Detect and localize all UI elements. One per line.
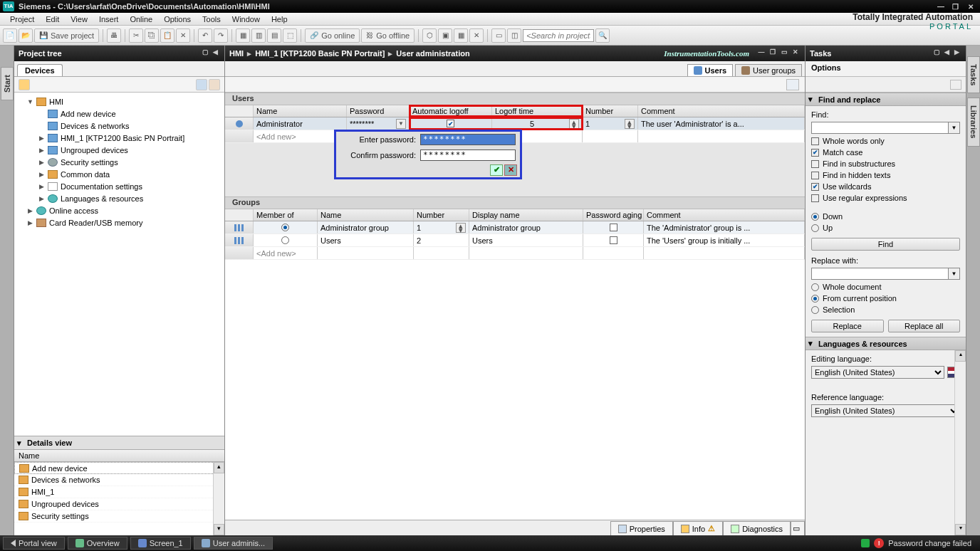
diagnostics-tab[interactable]: Diagnostics <box>723 521 791 535</box>
col-password[interactable]: Password <box>347 105 410 117</box>
gcol-comment[interactable]: Comment <box>644 209 805 221</box>
details-row[interactable]: Add new device <box>14 462 224 474</box>
menu-view[interactable]: View <box>65 15 93 23</box>
col-logoff-time[interactable]: Logoff time <box>492 106 582 116</box>
open-project-button[interactable]: 📂 <box>19 28 33 43</box>
devices-tab[interactable]: Devices <box>17 64 63 76</box>
project-tree[interactable]: ▼HMIAdd new deviceDevices & networks▶HMI… <box>14 93 224 436</box>
col-auto-logoff[interactable]: Automatic logoff <box>410 106 492 116</box>
find-input[interactable] <box>811 122 949 134</box>
tree-tool-icon[interactable] <box>19 79 30 90</box>
tool3-button[interactable]: ▤ <box>267 28 281 43</box>
tree-node[interactable]: ▶Documentation settings <box>14 180 224 192</box>
tasks-tool-icon[interactable]: ▢ <box>932 48 942 58</box>
tree-node[interactable]: ▶Ungrouped devices <box>14 144 224 156</box>
find-button[interactable]: Find <box>811 238 960 251</box>
details-view-header[interactable]: ▾Details view <box>14 436 224 450</box>
details-row[interactable]: Devices & networks <box>14 474 224 486</box>
user-row-administrator[interactable]: Administrator ********▼ ✔ 5▴▾ 1▴▾ The us… <box>225 117 805 130</box>
col-comment[interactable]: Comment <box>638 105 805 117</box>
cut-button[interactable]: ✂ <box>129 28 143 43</box>
info-tab[interactable]: Info ⚠ <box>673 521 723 535</box>
tool7-button[interactable]: ▦ <box>454 28 468 43</box>
regex-checkbox[interactable] <box>811 194 819 202</box>
password-ok-button[interactable]: ✔ <box>490 164 503 176</box>
print-button[interactable]: 🖶 <box>107 28 121 43</box>
redo-button[interactable]: ↷ <box>214 28 228 43</box>
paste-button[interactable]: 📋 <box>160 28 174 43</box>
auto-logoff-checkbox[interactable]: ✔ <box>447 120 454 127</box>
user-number-cell[interactable]: 1▴▾ <box>583 117 638 130</box>
col-number[interactable]: Number <box>583 105 638 117</box>
replace-dropdown-icon[interactable]: ▼ <box>949 268 960 280</box>
whole-doc-radio[interactable] <box>811 283 819 291</box>
password-dropdown-icon[interactable]: ▼ <box>396 119 406 129</box>
tasks-nav-right-icon[interactable]: ▶ <box>952 48 961 58</box>
find-dropdown-icon[interactable]: ▼ <box>949 122 960 134</box>
tree-view2-icon[interactable] <box>209 79 220 90</box>
tree-node[interactable]: ▶Languages & resources <box>14 192 224 204</box>
screen1-tab[interactable]: Screen_1 <box>130 537 191 550</box>
aging-checkbox-admin[interactable] <box>610 224 617 231</box>
footer-collapse-button[interactable]: ▭ <box>791 521 805 535</box>
overview-tab[interactable]: Overview <box>68 537 127 550</box>
direction-up-radio[interactable] <box>811 224 819 232</box>
crumb-page[interactable]: User administration <box>396 49 469 58</box>
tree-view1-icon[interactable] <box>196 79 207 90</box>
copy-button[interactable]: ⿻ <box>145 28 159 43</box>
direction-down-radio[interactable] <box>811 213 819 221</box>
properties-tab[interactable]: Properties <box>610 521 673 535</box>
libraries-side-tab[interactable]: Libraries <box>967 98 980 146</box>
menu-online[interactable]: Online <box>124 15 158 23</box>
search-go-button[interactable]: 🔍 <box>595 28 610 43</box>
user-comment-cell[interactable]: The user 'Administrator' is a... <box>638 117 805 130</box>
logoff-time-spinner[interactable]: ▴▾ <box>569 119 579 129</box>
tree-node[interactable]: ▶Common data <box>14 168 224 180</box>
tree-node[interactable]: Devices & networks <box>14 120 224 132</box>
replace-input[interactable] <box>811 268 949 280</box>
find-replace-header[interactable]: ▾Find and replace <box>806 93 966 106</box>
tool6-button[interactable]: ▣ <box>438 28 452 43</box>
details-scrollbar[interactable]: ▴▾ <box>213 462 224 535</box>
group-row-admin[interactable]: Administrator group 1▴▾ Administrator gr… <box>225 221 805 234</box>
tasks-scrollbar[interactable]: ▴▾ <box>954 350 966 535</box>
password-cancel-button[interactable]: ✕ <box>504 164 517 176</box>
panel-pin-icon[interactable]: ▢ <box>200 48 210 58</box>
match-case-checkbox[interactable]: ✔ <box>811 149 819 157</box>
auto-logoff-cell[interactable]: ✔ <box>410 119 492 128</box>
restore-button[interactable]: ❐ <box>949 3 962 11</box>
col-name[interactable]: Name <box>254 105 347 117</box>
menu-insert[interactable]: Insert <box>93 15 125 23</box>
reference-language-select[interactable]: English (United States) <box>811 404 960 417</box>
undo-button[interactable]: ↶ <box>198 28 212 43</box>
user-groups-tab[interactable]: User groups <box>735 64 802 76</box>
gcol-display[interactable]: Display name <box>469 209 583 221</box>
confirm-password-input[interactable]: ******** <box>420 149 516 161</box>
number-spinner[interactable]: ▴▾ <box>625 119 635 129</box>
editing-language-select[interactable]: English (United States) <box>811 366 944 379</box>
minimize-button[interactable]: — <box>934 3 947 11</box>
tool10-button[interactable]: ◫ <box>507 28 521 43</box>
users-tab[interactable]: Users <box>687 64 734 76</box>
group-row-users[interactable]: Users 2 Users The 'Users' group is initi… <box>225 234 805 247</box>
delete-button[interactable]: ✕ <box>176 28 190 43</box>
details-row[interactable]: Security settings <box>14 510 224 523</box>
wildcards-checkbox[interactable]: ✔ <box>811 183 819 191</box>
user-admin-tab[interactable]: User adminis... <box>194 537 273 550</box>
go-offline-button[interactable]: ⛓ Go offline <box>361 28 415 43</box>
lang-resources-header[interactable]: ▾Languages & resources <box>806 337 966 350</box>
tree-node[interactable]: ▶Online access <box>14 204 224 216</box>
tree-node[interactable]: Add new device <box>14 107 224 120</box>
group-addnew-row[interactable]: <Add new> <box>225 247 805 260</box>
project-search-input[interactable] <box>523 29 594 42</box>
menu-project[interactable]: Project <box>4 15 40 23</box>
tool2-button[interactable]: ▥ <box>251 28 266 43</box>
tree-node[interactable]: ▶HMI_1 [KTP1200 Basic PN Portrait] <box>14 132 224 144</box>
close-button[interactable]: ✕ <box>964 3 977 11</box>
whole-words-checkbox[interactable] <box>811 137 819 145</box>
tasks-side-tab[interactable]: Tasks <box>967 56 980 93</box>
selection-radio[interactable] <box>811 306 819 314</box>
editor-min-icon[interactable]: — <box>756 48 766 58</box>
tasks-nav-left-icon[interactable]: ◀ <box>942 48 952 58</box>
menu-options[interactable]: Options <box>158 15 197 23</box>
